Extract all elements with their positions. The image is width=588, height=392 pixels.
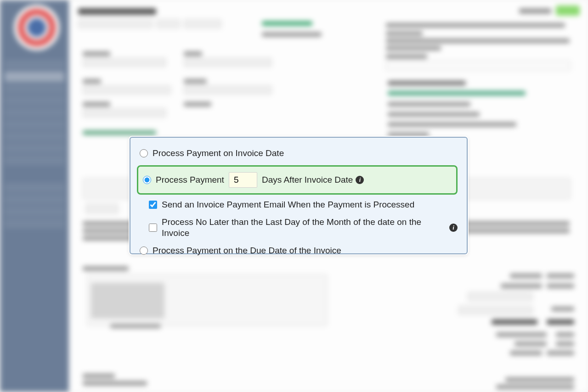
radio-invoice-date[interactable]	[140, 149, 148, 157]
option-process-days-after[interactable]: Process Payment Days After Invoice Date …	[137, 165, 458, 195]
radio-due-date[interactable]	[140, 246, 148, 255]
info-icon[interactable]: i	[356, 176, 364, 184]
checkbox-send-email-row[interactable]: Send an Invoice Payment Email When the P…	[149, 199, 458, 210]
payment-options-panel: Process Payment on Invoice Date Process …	[130, 137, 468, 254]
checkbox-last-day-row[interactable]: Process No Later than the Last Day of th…	[149, 217, 458, 239]
days-suffix: Days After Invoice Date	[262, 174, 353, 185]
option-label: Process Payment on Invoice Date	[153, 148, 284, 159]
radio-days-after[interactable]	[143, 176, 151, 184]
checkbox-label: Send an Invoice Payment Email When the P…	[162, 199, 414, 210]
info-icon[interactable]: i	[449, 224, 458, 232]
checkbox-label: Process No Later than the Last Day of th…	[162, 217, 447, 239]
checkbox-last-day[interactable]	[149, 224, 157, 232]
sidebar	[0, 0, 69, 392]
option-process-on-invoice-date[interactable]: Process Payment on Invoice Date	[140, 148, 458, 159]
option-process-on-due-date[interactable]: Process Payment on the Due Date of the I…	[140, 245, 458, 256]
option-label: Process Payment on the Due Date of the I…	[153, 245, 341, 256]
save-button-blur	[556, 6, 580, 16]
days-prefix: Process Payment	[156, 174, 224, 185]
days-after-input[interactable]	[229, 172, 257, 188]
sidebar-nav	[5, 60, 64, 230]
app-logo	[14, 5, 60, 50]
checkbox-send-email[interactable]	[149, 201, 157, 209]
